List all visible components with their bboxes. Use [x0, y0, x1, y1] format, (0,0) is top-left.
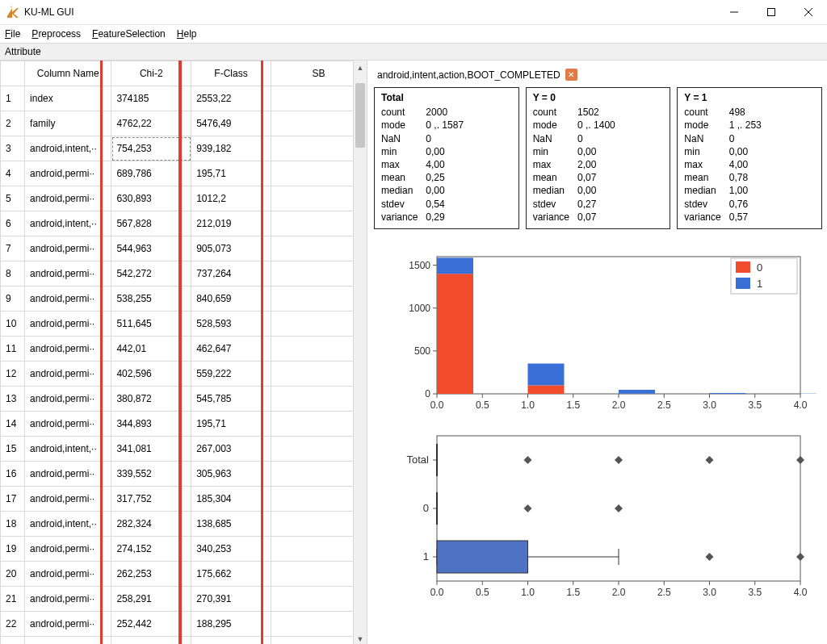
cell-fclass[interactable]: 737,264: [191, 261, 271, 286]
cell-fclass[interactable]: 267,003: [191, 437, 271, 462]
cell-name[interactable]: index: [25, 86, 111, 111]
cell-fclass[interactable]: 138,685: [191, 512, 271, 537]
table-row[interactable]: 21android,permi··258,291270,391: [1, 587, 367, 612]
cell-chi2[interactable]: 538,255: [111, 286, 191, 312]
cell-chi2[interactable]: 374185: [111, 86, 191, 111]
menu-help[interactable]: Help: [177, 28, 197, 40]
cell-sb[interactable]: [271, 612, 366, 637]
table-row[interactable]: 20android,permi··262,253175,662: [1, 562, 367, 587]
cell-sb[interactable]: [271, 487, 366, 512]
table-row[interactable]: 18android,intent,··282,324138,685: [1, 512, 367, 537]
cell-sb[interactable]: [271, 111, 366, 136]
cell-sb[interactable]: [271, 211, 366, 236]
table-row[interactable]: 1index3741852553,22: [1, 86, 367, 111]
table-row[interactable]: 2family4762,225476,49: [1, 111, 367, 136]
table-row[interactable]: 12android,permi··402,596559,222: [1, 362, 367, 387]
col-header-fclass[interactable]: F-Class: [191, 61, 271, 86]
cell-name[interactable]: android,intent,··: [25, 136, 111, 161]
cell-chi2[interactable]: 544,963: [111, 236, 191, 261]
cell-fclass[interactable]: 185,304: [191, 487, 271, 512]
cell-chi2[interactable]: 249,111: [111, 637, 191, 645]
cell-sb[interactable]: [271, 236, 366, 261]
tab-boot-completed[interactable]: android,intent,action,BOOT_COMPLETED ✕: [374, 67, 581, 82]
scroll-thumb[interactable]: [355, 83, 365, 148]
cell-sb[interactable]: [271, 312, 366, 337]
cell-name[interactable]: android,permi··: [25, 312, 111, 337]
cell-fclass[interactable]: 212,019: [191, 211, 271, 236]
cell-sb[interactable]: [271, 286, 366, 312]
cell-chi2[interactable]: 252,442: [111, 612, 191, 637]
table-row[interactable]: 4android,permi··689,786195,71: [1, 161, 367, 186]
cell-fclass[interactable]: 939,182: [191, 136, 271, 161]
cell-sb[interactable]: [271, 412, 366, 437]
cell-sb[interactable]: [271, 562, 366, 587]
cell-name[interactable]: android,permi··: [25, 387, 111, 412]
cell-sb[interactable]: [271, 637, 366, 645]
cell-name[interactable]: android,permi··: [25, 261, 111, 286]
cell-sb[interactable]: [271, 587, 366, 612]
cell-name[interactable]: android,intent,··: [25, 512, 111, 537]
cell-sb[interactable]: [271, 86, 366, 111]
cell-chi2[interactable]: 689,786: [111, 161, 191, 186]
table-row[interactable]: 15android,intent,··341,081267,003: [1, 437, 367, 462]
cell-name[interactable]: android,permi··: [25, 487, 111, 512]
cell-name[interactable]: android,permi··: [25, 286, 111, 312]
cell-fclass[interactable]: 462,647: [191, 337, 271, 362]
cell-sb[interactable]: [271, 161, 366, 186]
window-maximize-button[interactable]: [753, 0, 790, 24]
tab-close-button[interactable]: ✕: [565, 69, 577, 81]
cell-name[interactable]: android,permi··: [25, 562, 111, 587]
table-row[interactable]: 14android,permi··344,893195,71: [1, 412, 367, 437]
cell-fclass[interactable]: 340,253: [191, 537, 271, 562]
table-row[interactable]: 10android,permi··511,645528,593: [1, 312, 367, 337]
table-scrollbar[interactable]: ▲ ▼: [353, 61, 367, 644]
cell-sb[interactable]: [271, 512, 366, 537]
cell-fclass[interactable]: 195,71: [191, 161, 271, 186]
cell-name[interactable]: android,permi··: [25, 637, 111, 645]
cell-sb[interactable]: [271, 337, 366, 362]
cell-name[interactable]: android,permi··: [25, 462, 111, 487]
window-close-button[interactable]: [790, 0, 827, 24]
cell-fclass[interactable]: 559,222: [191, 362, 271, 387]
cell-fclass[interactable]: 2553,22: [191, 86, 271, 111]
cell-fclass[interactable]: 528,593: [191, 312, 271, 337]
cell-sb[interactable]: [271, 136, 366, 161]
cell-chi2[interactable]: 754,253: [111, 136, 191, 161]
cell-name[interactable]: android,permi··: [25, 161, 111, 186]
cell-fclass[interactable]: 188,295: [191, 612, 271, 637]
cell-sb[interactable]: [271, 261, 366, 286]
cell-chi2[interactable]: 274,152: [111, 537, 191, 562]
attribute-table[interactable]: Column Name Chi-2 F-Class SB 1index37418…: [0, 61, 367, 644]
scroll-down-icon[interactable]: ▼: [354, 632, 367, 644]
cell-name[interactable]: android,permi··: [25, 412, 111, 437]
cell-chi2[interactable]: 344,893: [111, 412, 191, 437]
cell-sb[interactable]: [271, 362, 366, 387]
menu-file[interactable]: File: [5, 28, 20, 40]
cell-chi2[interactable]: 339,552: [111, 462, 191, 487]
cell-sb[interactable]: [271, 462, 366, 487]
cell-name[interactable]: android,permi··: [25, 362, 111, 387]
cell-name[interactable]: android,permi··: [25, 537, 111, 562]
table-row[interactable]: 11android,permi··442,01462,647: [1, 337, 367, 362]
cell-fclass[interactable]: 1012,2: [191, 186, 271, 211]
cell-sb[interactable]: [271, 387, 366, 412]
window-minimize-button[interactable]: [716, 0, 753, 24]
cell-chi2[interactable]: 567,828: [111, 211, 191, 236]
cell-sb[interactable]: [271, 186, 366, 211]
cell-chi2[interactable]: 380,872: [111, 387, 191, 412]
cell-chi2[interactable]: 262,253: [111, 562, 191, 587]
table-row[interactable]: 5android,permi··630,8931012,2: [1, 186, 367, 211]
table-row[interactable]: 8android,permi··542,272737,264: [1, 261, 367, 286]
table-row[interactable]: 7android,permi··544,963905,073: [1, 236, 367, 261]
cell-fclass[interactable]: 270,391: [191, 587, 271, 612]
cell-fclass[interactable]: 175,662: [191, 562, 271, 587]
cell-name[interactable]: family: [25, 111, 111, 136]
table-row[interactable]: 23android,permi··249,111302,92: [1, 637, 367, 645]
cell-chi2[interactable]: 511,645: [111, 312, 191, 337]
table-row[interactable]: 3android,intent,··754,253939,182: [1, 136, 367, 161]
cell-name[interactable]: android,intent,··: [25, 211, 111, 236]
cell-chi2[interactable]: 282,324: [111, 512, 191, 537]
cell-sb[interactable]: [271, 537, 366, 562]
menu-featureselection[interactable]: FeatureSelection: [92, 28, 166, 40]
cell-name[interactable]: android,permi··: [25, 587, 111, 612]
